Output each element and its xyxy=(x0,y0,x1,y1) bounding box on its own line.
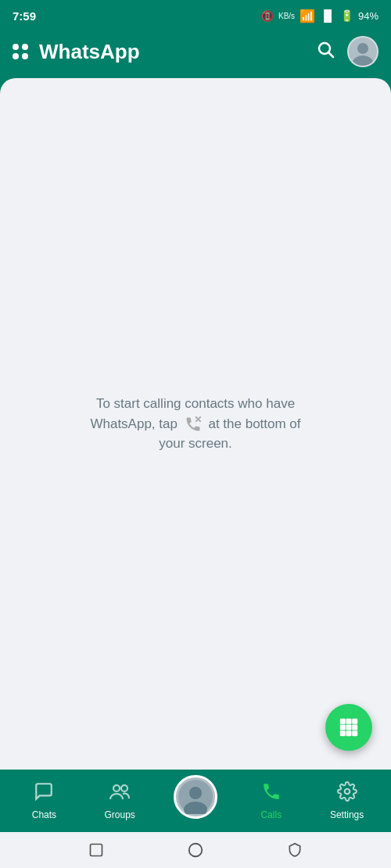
battery-icon: 🔋 xyxy=(340,9,353,22)
nav-center-circle xyxy=(174,775,217,819)
back-icon xyxy=(88,842,104,858)
chats-label: Chats xyxy=(32,809,56,820)
signal-icon: ▐▌ xyxy=(320,9,335,22)
app-header: WhatsApp xyxy=(0,28,391,78)
nav-item-calls[interactable]: Calls xyxy=(233,770,309,832)
status-bar: 7:59 📵 KB/s 📶 ▐▌ 🔋 94% xyxy=(0,0,391,28)
home-button[interactable] xyxy=(185,839,206,861)
svg-rect-11 xyxy=(340,730,346,736)
system-nav xyxy=(0,832,391,868)
svg-rect-9 xyxy=(346,725,352,730)
profile-avatar-button[interactable] xyxy=(347,36,378,67)
calls-label: Calls xyxy=(260,809,282,820)
groups-icon xyxy=(109,781,131,806)
data-speed: KB/s xyxy=(278,12,295,20)
bottom-nav: Chats Groups Calls xyxy=(0,770,391,832)
battery-level: 94% xyxy=(358,10,378,22)
svg-rect-10 xyxy=(352,725,357,730)
search-icon xyxy=(316,40,335,59)
nav-item-center[interactable] xyxy=(158,783,234,819)
groups-label: Groups xyxy=(105,809,135,820)
home-icon xyxy=(187,841,204,859)
nav-item-settings[interactable]: Settings xyxy=(309,770,385,832)
new-call-fab[interactable] xyxy=(325,704,372,751)
menu-dots[interactable] xyxy=(13,44,28,59)
phone-inline-icon xyxy=(185,416,202,433)
header-actions xyxy=(316,36,378,67)
svg-point-19 xyxy=(344,789,350,795)
svg-rect-20 xyxy=(91,845,102,856)
calls-icon xyxy=(261,781,282,806)
empty-line-3: at the bottom of xyxy=(208,416,300,431)
empty-line-4: your screen. xyxy=(159,436,232,451)
svg-point-17 xyxy=(189,787,202,799)
svg-point-21 xyxy=(189,844,203,857)
empty-line-1: To start calling contacts who have xyxy=(96,396,295,411)
empty-state: To start calling contacts who have Whats… xyxy=(51,363,339,485)
svg-rect-13 xyxy=(352,730,357,736)
svg-rect-12 xyxy=(346,730,352,736)
empty-line-2: WhatsApp, tap xyxy=(90,416,178,431)
dialpad-icon xyxy=(338,716,360,738)
chats-icon xyxy=(34,781,54,806)
call-status-icon: 📵 xyxy=(261,10,274,22)
svg-line-1 xyxy=(329,53,334,58)
back-button[interactable] xyxy=(85,839,107,861)
settings-icon xyxy=(337,781,357,806)
nav-item-groups[interactable]: Groups xyxy=(82,770,158,832)
recents-icon xyxy=(287,842,303,858)
wifi-icon: 📶 xyxy=(300,9,315,23)
svg-point-3 xyxy=(357,43,368,54)
empty-state-text: To start calling contacts who have Whats… xyxy=(90,394,300,454)
svg-point-15 xyxy=(121,785,127,791)
main-content: To start calling contacts who have Whats… xyxy=(0,78,391,770)
svg-rect-5 xyxy=(340,719,346,724)
dot-1 xyxy=(13,44,19,50)
svg-rect-7 xyxy=(352,719,357,724)
status-time: 7:59 xyxy=(13,9,36,23)
dot-2 xyxy=(22,44,28,50)
app-title: WhatsApp xyxy=(39,40,316,64)
dot-3 xyxy=(13,53,19,59)
recents-button[interactable] xyxy=(284,839,306,861)
nav-item-chats[interactable]: Chats xyxy=(6,770,82,832)
svg-rect-6 xyxy=(346,719,352,724)
svg-rect-8 xyxy=(340,725,346,730)
search-button[interactable] xyxy=(316,40,335,63)
svg-point-14 xyxy=(113,785,120,791)
dot-4 xyxy=(22,53,28,59)
avatar-icon xyxy=(349,38,377,66)
settings-label: Settings xyxy=(330,809,364,820)
status-icons: 📵 KB/s 📶 ▐▌ 🔋 94% xyxy=(261,9,378,23)
nav-avatar-icon xyxy=(178,780,213,814)
